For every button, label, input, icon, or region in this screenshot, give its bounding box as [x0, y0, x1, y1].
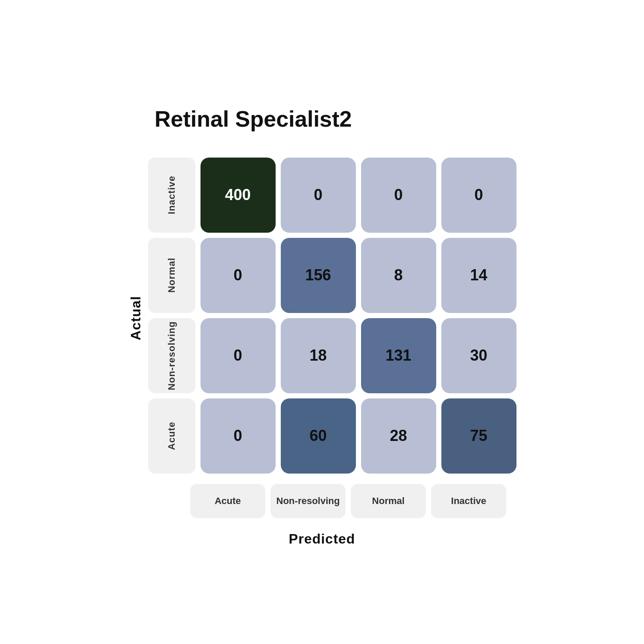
- matrix-cell: 18: [281, 318, 356, 393]
- matrix-cell: 14: [441, 238, 516, 313]
- col-label: Normal: [351, 484, 426, 518]
- matrix-row: Acute0602875: [148, 398, 516, 474]
- row-label: Normal: [148, 238, 195, 313]
- matrix-cell: 0: [361, 158, 436, 233]
- matrix-cell: 0: [441, 158, 516, 233]
- matrix-cell: 75: [441, 398, 516, 474]
- matrix-cell: 131: [361, 318, 436, 393]
- matrix-cell: 30: [441, 318, 516, 393]
- y-axis-label: Actual: [128, 296, 144, 340]
- matrix-rows: Inactive400000Normal0156814Non-resolving…: [148, 158, 516, 479]
- x-axis-label: Predicted: [289, 531, 355, 547]
- chart-area: Actual Inactive400000Normal0156814Non-re…: [103, 158, 541, 547]
- matrix-cell: 8: [361, 238, 436, 313]
- matrix-cell: 0: [200, 398, 276, 474]
- matrix-cell: 156: [281, 238, 356, 313]
- col-label: Acute: [190, 484, 265, 518]
- row-label: Acute: [148, 398, 195, 474]
- bottom-labels-row: AcuteNon-resolvingNormalInactive: [190, 484, 506, 518]
- matrix-cell: 0: [281, 158, 356, 233]
- matrix-cell: 0: [200, 318, 276, 393]
- row-label: Non-resolving: [148, 318, 195, 393]
- col-label: Inactive: [431, 484, 506, 518]
- matrix-row: Non-resolving01813130: [148, 318, 516, 393]
- row-label: Inactive: [148, 158, 195, 233]
- matrix-with-labels: Actual Inactive400000Normal0156814Non-re…: [128, 158, 516, 479]
- matrix-cell: 400: [200, 158, 276, 233]
- matrix-row: Inactive400000: [148, 158, 516, 233]
- matrix-cell: 60: [281, 398, 356, 474]
- main-container: Retinal Specialist2 Actual Inactive40000…: [86, 80, 558, 564]
- matrix-row: Normal0156814: [148, 238, 516, 313]
- col-label: Non-resolving: [270, 484, 346, 518]
- chart-title: Retinal Specialist2: [155, 106, 541, 132]
- matrix-cell: 28: [361, 398, 436, 474]
- matrix-cell: 0: [200, 238, 276, 313]
